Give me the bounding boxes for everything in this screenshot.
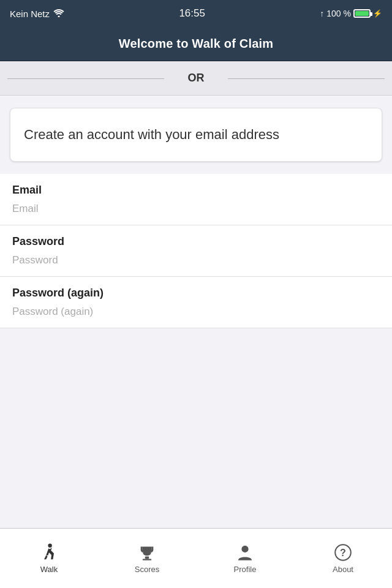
scores-icon <box>137 543 157 562</box>
password-again-group: Password (again) <box>0 277 392 328</box>
battery-percent: 100 % <box>326 9 351 18</box>
svg-point-1 <box>48 544 51 548</box>
password-group: Password <box>0 225 392 277</box>
tab-bar: Walk Scores Profile ? About <box>0 528 392 588</box>
status-time: 16:55 <box>179 7 205 20</box>
tab-scores[interactable]: Scores <box>98 529 196 588</box>
or-line-right <box>228 78 385 79</box>
scores-tab-label: Scores <box>135 565 159 574</box>
password-label: Password <box>0 225 392 251</box>
or-section: OR <box>0 61 392 96</box>
walk-tab-label: Walk <box>40 565 58 574</box>
about-tab-label: About <box>333 565 353 574</box>
email-label: Email <box>0 174 392 199</box>
create-account-text: Create an account with your email addres… <box>24 127 279 142</box>
password-again-label: Password (again) <box>0 277 392 302</box>
or-line-left <box>7 78 164 79</box>
password-again-input[interactable] <box>0 302 392 328</box>
svg-text:?: ? <box>340 548 346 558</box>
bolt-icon: ⚡ <box>373 9 382 18</box>
carrier-wifi: Kein Netz <box>10 9 64 19</box>
carrier-text: Kein Netz <box>10 9 50 19</box>
tab-about[interactable]: ? About <box>294 529 392 588</box>
about-icon: ? <box>333 543 353 562</box>
profile-icon <box>235 543 255 562</box>
battery-shell <box>353 9 371 18</box>
create-account-card: Create an account with your email addres… <box>10 108 382 162</box>
battery-bar <box>353 9 371 18</box>
or-text: OR <box>181 72 212 85</box>
svg-point-0 <box>58 15 60 17</box>
walk-icon <box>39 543 59 562</box>
profile-tab-label: Profile <box>234 565 257 574</box>
svg-rect-3 <box>143 559 151 560</box>
svg-rect-2 <box>145 556 149 559</box>
wifi-icon <box>53 9 64 19</box>
email-group: Email <box>0 174 392 225</box>
email-input[interactable] <box>0 199 392 225</box>
status-bar: Kein Netz 16:55 ↑ 100 % ⚡ <box>0 0 392 27</box>
form-section: Email Password Password (again) <box>0 174 392 328</box>
password-input[interactable] <box>0 251 392 276</box>
battery-fill <box>355 11 369 16</box>
tab-walk[interactable]: Walk <box>0 529 98 588</box>
tab-profile[interactable]: Profile <box>196 529 294 588</box>
svg-point-4 <box>241 546 248 552</box>
location-icon: ↑ <box>320 9 324 18</box>
nav-title: Welcome to Walk of Claim <box>119 37 274 51</box>
battery-area: ↑ 100 % ⚡ <box>320 9 382 18</box>
nav-bar: Welcome to Walk of Claim <box>0 27 392 61</box>
